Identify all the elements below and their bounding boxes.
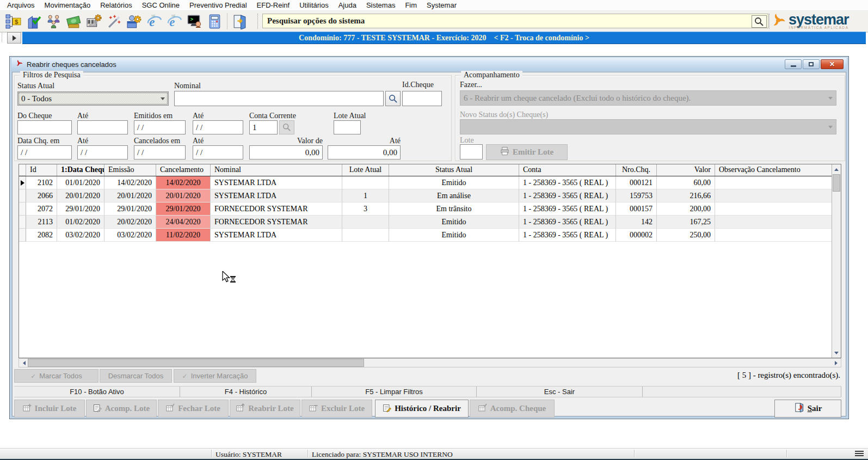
right-arrow-icon <box>13 35 16 41</box>
fechar-lote-icon <box>166 403 175 414</box>
grid-header-observacao-cancelamento[interactable]: Observação Cancelamento <box>715 164 833 176</box>
magic-wand-icon[interactable] <box>104 12 124 30</box>
table-row[interactable]: 208203/02/202003/02/202011/02/2020SYSTEM… <box>19 229 841 242</box>
inverter-marcacao-button: ✓Inverter Marcação <box>174 369 256 383</box>
grid-header-lote-atual[interactable]: Lote Atual <box>342 164 389 176</box>
cheques-grid[interactable]: Id1:Data ChequeEmissãoCancelamentoNomina… <box>19 164 841 358</box>
conta-corrente-input[interactable] <box>249 120 278 134</box>
sair-button[interactable]: Sair <box>774 400 841 418</box>
table-row[interactable]: 211301/02/202020/02/202024/04/2020FORNEC… <box>19 216 841 229</box>
scroll-right-icon[interactable] <box>832 359 840 367</box>
menu-item-fim[interactable]: Fim <box>400 1 422 10</box>
table-row[interactable]: 210201/01/202014/02/202014/02/2020SYSTEM… <box>19 176 841 189</box>
ate-cancelados-input[interactable] <box>193 145 243 160</box>
systemar-logo-mark-icon <box>769 11 787 31</box>
grid-header-nro-chq[interactable]: Nro.Chq. <box>616 164 657 176</box>
minimize-button[interactable] <box>785 59 802 69</box>
search-icon[interactable] <box>752 15 767 28</box>
grid-header-valor[interactable]: Valor <box>657 164 715 176</box>
scroll-down-icon[interactable] <box>832 348 841 357</box>
cell-id: 2082 <box>26 229 57 242</box>
finance-structure-icon[interactable]: $ <box>3 12 23 30</box>
button-label: Acomp. Cheque <box>490 404 546 413</box>
internet-explorer-2-icon[interactable]: eNE <box>164 12 184 30</box>
emitir-lote-button: Emitir Lote <box>486 144 568 160</box>
cell-nominal: SYSTEMAR LTDA <box>211 189 342 203</box>
search-input[interactable] <box>263 14 768 28</box>
hotkey-f4-historico: F4 - Histórico <box>180 387 312 397</box>
internet-explorer-icon[interactable]: eNE <box>144 12 164 30</box>
fazer-label: Fazer... <box>460 81 482 89</box>
menu-item-sistemas[interactable]: Sistemas <box>361 1 400 10</box>
vscroll-thumb[interactable] <box>833 174 840 192</box>
check-icon: ✓ <box>30 372 36 380</box>
ate-valor-input[interactable] <box>328 145 401 160</box>
table-row[interactable]: 207229/01/202029/01/202029/01/2020FORNEC… <box>19 203 841 216</box>
do-cheque-input[interactable] <box>17 120 72 134</box>
grid-header-emissao[interactable]: Emissão <box>104 164 156 176</box>
valor-de-input[interactable] <box>249 145 323 160</box>
condominium-bar[interactable]: Condomínio: 777 - TESTE SYSTEMAR - Exerc… <box>22 32 866 44</box>
grid-header-nominal[interactable]: Nominal <box>211 164 342 176</box>
menu-item-preventivo-predial[interactable]: Preventivo Predial <box>184 1 252 10</box>
data-chq-em-input[interactable] <box>17 145 72 160</box>
barcode-gear-icon[interactable]: 100100 <box>84 12 104 30</box>
chevron-down-icon <box>828 126 833 128</box>
grid-header-1-data-cheque[interactable]: 1:Data Cheque <box>57 164 104 176</box>
statusbar-menu-icon[interactable] <box>855 451 864 457</box>
cell-nominal: SYSTEMAR LTDA <box>211 229 342 242</box>
historico-reabrir-button[interactable]: Histórico / Reabrir <box>375 400 469 418</box>
status-atual-select[interactable]: 0 - Todos <box>17 91 169 106</box>
monitor-user-icon[interactable] <box>184 12 205 30</box>
window-titlebar[interactable]: Reabrir cheques cancelados ✕ <box>11 58 847 71</box>
ate-emitidos-input[interactable] <box>193 120 243 134</box>
calculator-icon[interactable] <box>205 12 225 30</box>
ate-cheque-input[interactable] <box>77 120 128 134</box>
nominal-input[interactable] <box>174 91 384 106</box>
menu-item-utilitarios[interactable]: Utilitários <box>294 1 333 10</box>
cell-valor: 216,66 <box>657 189 715 203</box>
menu-item-sgc-online[interactable]: SGC Online <box>137 1 184 10</box>
grid-horizontal-scrollbar[interactable] <box>19 358 841 367</box>
nominal-search-button[interactable] <box>385 91 401 106</box>
money-icon[interactable] <box>64 12 84 30</box>
grid-vertical-scrollbar[interactable] <box>832 164 841 358</box>
fazer-select: 6 - Reabrir um cheque cancelado (Exclui … <box>460 90 836 106</box>
grid-header-indicator <box>19 164 26 176</box>
incluir-lote-icon <box>23 403 32 414</box>
hscroll-thumb[interactable] <box>28 359 364 367</box>
emitidos-em-input[interactable] <box>134 120 186 134</box>
scroll-up-icon[interactable] <box>832 165 841 174</box>
ate-data-chq-input[interactable] <box>77 145 128 160</box>
table-row[interactable]: 206620/01/202020/01/202020/01/2020SYSTEM… <box>19 189 841 203</box>
menu-item-efd-reinf[interactable]: EFD-Reinf <box>252 1 295 10</box>
main-toolbar: $100100eNEeNE systemar INFORMÁTICA APLIC… <box>0 11 868 33</box>
condo-expand-button[interactable] <box>7 32 21 44</box>
cell-emissao: 03/02/2020 <box>104 229 156 242</box>
people-group-icon[interactable] <box>44 12 64 30</box>
exit-door-icon[interactable] <box>230 12 250 30</box>
building-check-icon[interactable] <box>23 12 44 30</box>
menu-item-systemar[interactable]: Systemar <box>422 1 461 10</box>
toolbar-icons: $100100eNEeNE <box>3 12 250 30</box>
menu-item-movimentacao[interactable]: Movimentação <box>40 1 96 10</box>
grid-header-status-atual[interactable]: Status Atual <box>389 164 519 176</box>
lote-input[interactable] <box>460 144 483 160</box>
scroll-left-icon[interactable] <box>20 359 28 367</box>
grid-header-conta[interactable]: Conta <box>519 164 616 176</box>
menu-item-ajuda[interactable]: Ajuda <box>334 1 361 10</box>
menu-item-relatorios[interactable]: Relatórios <box>95 1 137 10</box>
maximize-button[interactable] <box>803 59 820 69</box>
grid-header-id[interactable]: Id <box>26 164 57 176</box>
menu-item-arquivos[interactable]: Arquivos <box>2 1 40 10</box>
lote-atual-input[interactable] <box>334 120 361 134</box>
cancelados-em-input[interactable] <box>134 145 186 160</box>
grid-header-row[interactable]: Id1:Data ChequeEmissãoCancelamentoNomina… <box>19 164 841 176</box>
grid-header-cancelamento[interactable]: Cancelamento <box>156 164 211 176</box>
svg-text:100100: 100100 <box>88 23 97 26</box>
id-cheque-input[interactable] <box>402 91 442 106</box>
window-gear-icon[interactable] <box>124 12 144 30</box>
record-count: [ 5 ] - registro(s) encontrado(s). <box>737 371 840 380</box>
close-button[interactable]: ✕ <box>821 59 844 69</box>
desmarcar-todos-button: Desmarcar Todos <box>100 369 172 383</box>
